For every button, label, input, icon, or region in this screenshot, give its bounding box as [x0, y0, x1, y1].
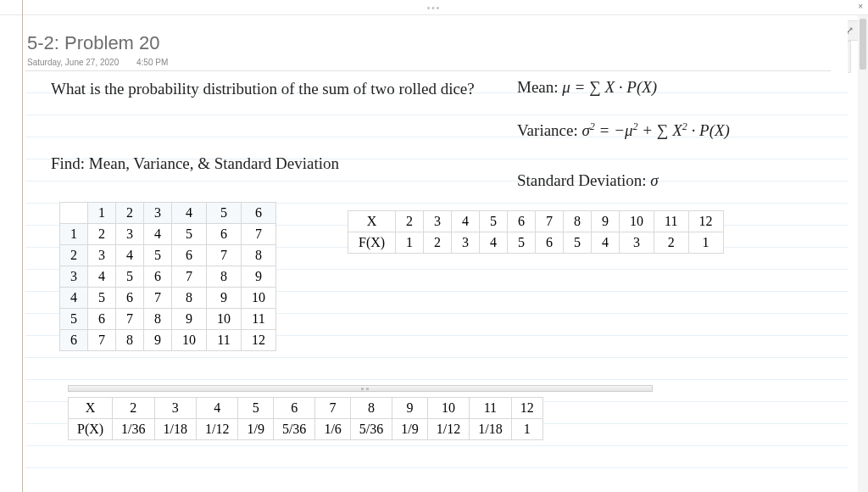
cell: 3	[154, 398, 196, 419]
cell: 7	[116, 309, 144, 330]
cell: 5	[207, 203, 242, 224]
scrollbar[interactable]	[858, 15, 868, 492]
cell: 5	[144, 245, 172, 266]
title-bar: ••• ×	[0, 0, 868, 15]
date-line: Saturday, June 27, 2020 4:50 PM	[25, 54, 831, 71]
sd-symbol: σ	[650, 171, 658, 189]
cell: 10	[242, 288, 276, 309]
cell: 7	[315, 398, 350, 419]
cell: X	[348, 211, 396, 232]
cell: X	[69, 398, 113, 419]
cell: 4	[116, 245, 144, 266]
variance-rhs: + ∑ X	[638, 121, 682, 139]
cell: 9	[242, 266, 276, 288]
cell: 3	[620, 232, 654, 254]
cell: 2	[396, 211, 424, 232]
cell: 1	[511, 419, 542, 440]
sd-label: Standard Deviation:	[517, 171, 647, 189]
cell: 8	[242, 245, 276, 266]
cell: 1	[88, 203, 116, 224]
cell: 4	[172, 203, 207, 224]
table-row: X 23456789101112	[69, 398, 543, 419]
cell: 7	[172, 266, 207, 288]
cell: 3	[116, 224, 144, 245]
probability-table: X 23456789101112 P(X) 1/361/181/121/95/3…	[68, 397, 543, 440]
cell: 3	[452, 232, 480, 254]
cell: 7	[207, 245, 242, 266]
cell: 4	[197, 398, 238, 419]
cell: 6	[536, 232, 564, 254]
frequency-table: X 23456789101112 F(X) 12345654321	[348, 210, 724, 254]
cell: 1	[60, 224, 88, 245]
cell: 8	[207, 266, 242, 288]
cell: 6	[88, 309, 116, 330]
cell: 11	[470, 398, 511, 419]
cell: 6	[60, 330, 88, 351]
cell: 6	[508, 211, 536, 232]
table-row: 3456789	[60, 266, 276, 288]
cell: 6	[242, 203, 276, 224]
cell: 1/12	[197, 419, 238, 440]
cell: 5/36	[350, 419, 392, 440]
cell: 11	[207, 330, 242, 351]
cell: 2	[424, 232, 452, 254]
cell: 5	[60, 309, 88, 330]
table-row: 6789101112	[60, 330, 276, 351]
cell: 5	[116, 266, 144, 288]
question-text: What is the probability distribution of …	[51, 78, 483, 100]
cell: 5	[172, 224, 207, 245]
table-row: P(X) 1/361/181/121/95/361/65/361/91/121/…	[69, 419, 543, 440]
mean-formula: Mean: μ = ∑ X · P(X)	[517, 78, 657, 97]
cell: 1/36	[113, 419, 154, 440]
sum-grid-table: 1 2 3 4 5 6 1234567 2345678 3456789 4567…	[59, 202, 276, 351]
cell: 1/9	[238, 419, 273, 440]
cell: 6	[172, 245, 207, 266]
cell: 2	[113, 398, 154, 419]
table-handle[interactable]	[68, 385, 653, 392]
table-row: X 23456789101112	[348, 211, 724, 232]
cell: 1/18	[470, 419, 511, 440]
cell: 2	[654, 232, 688, 254]
cell: 8	[172, 288, 207, 309]
cell: 8	[564, 211, 592, 232]
variance-tail: · P(X)	[687, 121, 730, 139]
cell: 9	[392, 398, 427, 419]
cell: 8	[350, 398, 392, 419]
cell: 4	[88, 266, 116, 288]
cell: 4	[452, 211, 480, 232]
cell: 7	[144, 288, 172, 309]
table-row: 1234567	[60, 224, 276, 245]
table-row: 1 2 3 4 5 6	[60, 203, 276, 224]
close-icon[interactable]: ×	[858, 2, 863, 11]
drag-dots: •••	[427, 3, 442, 12]
cell: 7	[242, 224, 276, 245]
note-page: 5-2: Problem 20 Saturday, June 27, 2020 …	[25, 20, 848, 478]
cell: 4	[60, 288, 88, 309]
sd-formula: Standard Deviation: σ	[517, 171, 659, 190]
note-content: What is the probability distribution of …	[25, 71, 848, 80]
table-row: 45678910	[60, 288, 276, 309]
cell: 1/6	[315, 419, 350, 440]
cell: 4	[592, 232, 620, 254]
page-time: 4:50 PM	[136, 58, 168, 67]
variance-formula: Variance: σ2 = −μ2 + ∑ X2 · P(X)	[517, 120, 730, 140]
cell: 9	[144, 330, 172, 351]
cell: 1/12	[427, 419, 469, 440]
cell: 10	[207, 309, 242, 330]
cell: 10	[427, 398, 469, 419]
variance-eq: = −μ	[595, 121, 633, 139]
cell: 7	[88, 330, 116, 351]
cell: 3	[60, 266, 88, 288]
cell: 9	[207, 288, 242, 309]
scrollbar-thumb[interactable]	[860, 19, 866, 70]
cell: 5	[238, 398, 273, 419]
cell: 12	[242, 330, 276, 351]
cell: 11	[654, 211, 688, 232]
cell: 4	[480, 232, 508, 254]
cell: 3	[88, 245, 116, 266]
cell: 1/18	[154, 419, 196, 440]
cell: 11	[242, 309, 276, 330]
cell: 1	[688, 232, 723, 254]
cell: P(X)	[69, 419, 113, 440]
cell: 12	[688, 211, 723, 232]
